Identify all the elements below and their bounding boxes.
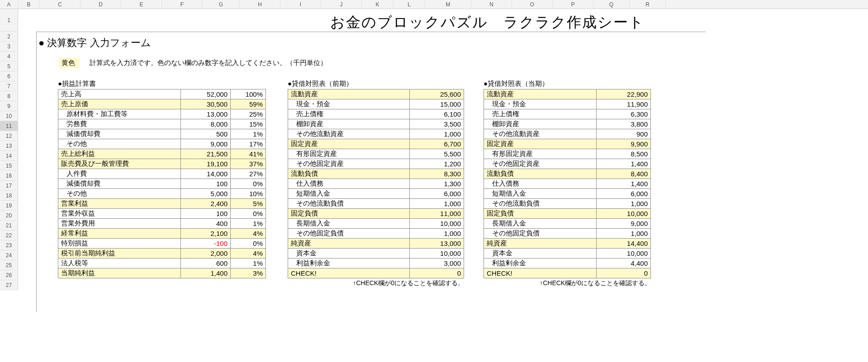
row-percent[interactable]: 17% xyxy=(231,139,266,149)
table-row[interactable]: 当期純利益1,4003% xyxy=(58,268,266,278)
table-row[interactable]: 現金・預金15,000 xyxy=(288,99,464,109)
row-value[interactable]: 13,000 xyxy=(410,239,464,249)
row-header-13[interactable]: 13 xyxy=(0,141,18,151)
row-value[interactable]: 600 xyxy=(181,259,231,268)
row-percent[interactable]: 25% xyxy=(231,109,266,119)
row-value[interactable]: 6,700 xyxy=(410,139,464,149)
row-header-3[interactable]: 3 xyxy=(0,42,18,52)
profit-loss-table[interactable]: 売上高52,000100%売上原価30,50059%原材料費・加工費等13,00… xyxy=(58,89,266,278)
table-row[interactable]: 原材料費・加工費等13,00025% xyxy=(58,109,266,119)
row-header-1[interactable]: 1 xyxy=(0,9,18,32)
row-percent[interactable]: 5% xyxy=(231,199,266,209)
table-row[interactable]: その他9,00017% xyxy=(58,139,266,149)
row-percent[interactable]: 0% xyxy=(231,209,266,219)
row-header-22[interactable]: 22 xyxy=(0,230,18,240)
column-header-O[interactable]: O xyxy=(512,0,553,9)
row-value[interactable]: 1,200 xyxy=(410,159,464,169)
table-row[interactable]: 税引前当期純利益2,0004% xyxy=(58,249,266,259)
row-value[interactable]: 8,400 xyxy=(597,169,651,179)
row-value[interactable]: 22,900 xyxy=(597,89,651,99)
table-row[interactable]: 営業外収益1000% xyxy=(58,209,266,219)
table-row[interactable]: 現金・預金11,900 xyxy=(484,99,651,109)
row-headers[interactable]: 1234567891011121314151617181920212223242… xyxy=(0,9,18,290)
row-value[interactable]: 1,000 xyxy=(410,129,464,139)
row-value[interactable]: 2,100 xyxy=(181,229,231,239)
balance-sheet-prev-table[interactable]: 流動資産25,600現金・預金15,000売上債権6,100棚卸資産3,500そ… xyxy=(288,89,464,278)
row-header-25[interactable]: 25 xyxy=(0,260,18,270)
row-header-6[interactable]: 6 xyxy=(0,71,18,81)
row-percent[interactable]: 41% xyxy=(231,149,266,159)
table-row[interactable]: その他固定資産1,400 xyxy=(484,159,651,169)
table-row[interactable]: 人件費14,00027% xyxy=(58,169,266,179)
table-row[interactable]: 労務費8,00015% xyxy=(58,119,266,129)
table-row[interactable]: 法人税等6001% xyxy=(58,259,266,268)
row-value[interactable]: 14,400 xyxy=(597,239,651,249)
table-row[interactable]: その他5,00010% xyxy=(58,189,266,199)
column-header-E[interactable]: E xyxy=(121,0,162,9)
row-value[interactable]: 10,000 xyxy=(597,249,651,259)
table-row[interactable]: 流動資産25,600 xyxy=(288,89,464,99)
row-percent[interactable]: 1% xyxy=(231,129,266,139)
row-percent[interactable]: 4% xyxy=(231,229,266,239)
row-percent[interactable]: 3% xyxy=(231,268,266,278)
table-row[interactable]: 仕入債務1,400 xyxy=(484,179,651,189)
row-header-19[interactable]: 19 xyxy=(0,201,18,211)
table-row[interactable]: 固定負債11,000 xyxy=(288,209,464,219)
row-header-21[interactable]: 21 xyxy=(0,221,18,230)
row-percent[interactable]: 1% xyxy=(231,259,266,268)
column-header-A[interactable]: A xyxy=(0,0,18,9)
table-row[interactable]: 売上債権6,100 xyxy=(288,109,464,119)
table-row[interactable]: 流動資産22,900 xyxy=(484,89,651,99)
table-row[interactable]: 特別損益-1000% xyxy=(58,239,266,249)
row-value[interactable]: 25,600 xyxy=(410,89,464,99)
row-value[interactable]: 5,000 xyxy=(181,189,231,199)
row-header-20[interactable]: 20 xyxy=(0,211,18,221)
row-header-18[interactable]: 18 xyxy=(0,191,18,201)
row-header-23[interactable]: 23 xyxy=(0,240,18,250)
row-value[interactable]: 2,400 xyxy=(181,199,231,209)
row-value[interactable]: 8,500 xyxy=(597,149,651,159)
row-value[interactable]: 500 xyxy=(181,129,231,139)
row-percent[interactable]: 27% xyxy=(231,169,266,179)
row-value[interactable]: 21,500 xyxy=(181,149,231,159)
table-row[interactable]: 棚卸資産3,500 xyxy=(288,119,464,129)
table-row[interactable]: 流動負債8,300 xyxy=(288,169,464,179)
table-row[interactable]: 短期借入金6,000 xyxy=(288,189,464,199)
row-header-15[interactable]: 15 xyxy=(0,161,18,171)
table-row[interactable]: 純資産14,400 xyxy=(484,239,651,249)
row-percent[interactable]: 0% xyxy=(231,179,266,189)
table-row[interactable]: 売上原価30,50059% xyxy=(58,99,266,109)
table-row[interactable]: その他固定資産1,200 xyxy=(288,159,464,169)
row-value[interactable]: 3,800 xyxy=(597,119,651,129)
row-value[interactable]: 2,000 xyxy=(181,249,231,259)
row-value[interactable]: 400 xyxy=(181,219,231,229)
table-row[interactable]: 長期借入金9,000 xyxy=(484,219,651,229)
table-row[interactable]: 経常利益2,1004% xyxy=(58,229,266,239)
row-value[interactable]: 11,000 xyxy=(410,209,464,219)
table-row[interactable]: その他流動資産1,000 xyxy=(288,129,464,139)
row-value[interactable]: 30,500 xyxy=(181,99,231,109)
table-row[interactable]: CHECK!0 xyxy=(288,268,464,278)
row-value[interactable]: 15,000 xyxy=(410,99,464,109)
row-value[interactable]: 14,000 xyxy=(181,169,231,179)
row-header-27[interactable]: 27 xyxy=(0,280,18,290)
table-row[interactable]: 減価償却費5001% xyxy=(58,129,266,139)
row-header-11[interactable]: 11 xyxy=(0,121,18,131)
row-value[interactable]: 1,400 xyxy=(181,268,231,278)
row-header-8[interactable]: 8 xyxy=(0,91,18,101)
row-header-14[interactable]: 14 xyxy=(0,151,18,161)
table-row[interactable]: その他固定負債1,000 xyxy=(484,229,651,239)
table-row[interactable]: 長期借入金10,000 xyxy=(288,219,464,229)
row-percent[interactable]: 0% xyxy=(231,239,266,249)
column-header-J[interactable]: J xyxy=(321,0,362,9)
row-value[interactable]: 1,300 xyxy=(410,179,464,189)
row-value[interactable]: 52,000 xyxy=(181,89,231,99)
row-value[interactable]: 6,300 xyxy=(597,109,651,119)
column-header-Q[interactable]: Q xyxy=(593,0,630,9)
row-value[interactable]: 1,000 xyxy=(597,199,651,209)
row-value[interactable]: 11,900 xyxy=(597,99,651,109)
row-value[interactable]: 19,100 xyxy=(181,159,231,169)
row-value[interactable]: 9,000 xyxy=(181,139,231,149)
table-row[interactable]: 棚卸資産3,800 xyxy=(484,119,651,129)
row-header-17[interactable]: 17 xyxy=(0,181,18,191)
